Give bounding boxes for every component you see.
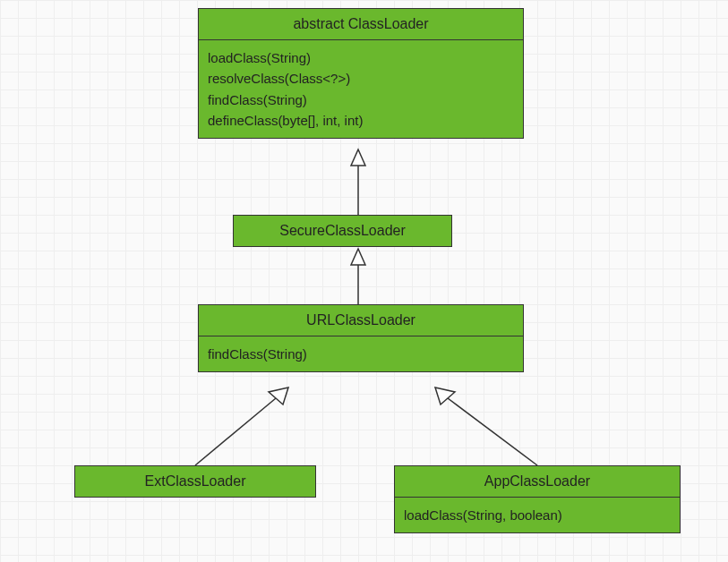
method-row: loadClass(String, boolean)	[404, 505, 671, 525]
inheritance-arrow	[351, 149, 365, 215]
svg-marker-7	[435, 387, 455, 404]
class-methods: loadClass(String) resolveClass(Class<?>)…	[199, 40, 523, 138]
class-title: URLClassLoader	[199, 305, 523, 336]
class-box-urlclassloader: URLClassLoader findClass(String)	[198, 304, 524, 372]
svg-marker-5	[269, 387, 288, 404]
method-row: loadClass(String)	[208, 47, 514, 68]
method-row: defineClass(byte[], int, int)	[208, 110, 514, 131]
class-title: AppClassLoader	[395, 466, 680, 498]
class-methods: loadClass(String, boolean)	[395, 498, 680, 532]
class-title: SecureClassLoader	[234, 216, 451, 246]
svg-line-4	[195, 398, 276, 465]
method-row: resolveClass(Class<?>)	[208, 68, 514, 89]
class-box-classloader: abstract ClassLoader loadClass(String) r…	[198, 8, 524, 139]
method-row: findClass(String)	[208, 344, 514, 364]
svg-marker-1	[351, 149, 365, 166]
class-title: abstract ClassLoader	[199, 9, 523, 40]
class-box-appclassloader: AppClassLoader loadClass(String, boolean…	[394, 465, 681, 533]
inheritance-arrow	[351, 249, 365, 304]
class-methods: findClass(String)	[199, 336, 523, 371]
class-box-secureclassloader: SecureClassLoader	[233, 215, 452, 247]
inheritance-arrow	[195, 387, 288, 465]
inheritance-arrow	[435, 387, 537, 465]
svg-line-6	[448, 398, 537, 465]
class-box-extclassloader: ExtClassLoader	[74, 465, 316, 498]
class-title: ExtClassLoader	[75, 466, 315, 497]
method-row: findClass(String)	[208, 89, 514, 110]
svg-marker-3	[351, 249, 365, 265]
